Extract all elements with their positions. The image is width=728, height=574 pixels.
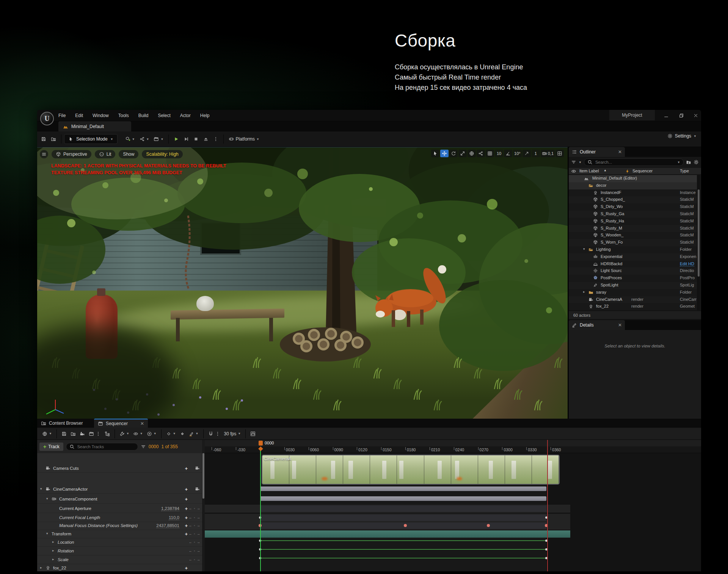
camera-cuts-clip[interactable] [262,455,560,485]
outliner-row-fox_22[interactable]: fox_22renderGeomet [569,303,697,310]
outliner-row-s_worn_fo[interactable]: S_Worn_FoStaticM [569,239,697,246]
track-camera-cuts[interactable]: Camera Cuts+ [37,465,202,473]
menu-select[interactable]: Select [158,113,170,118]
key-nav-arrows[interactable]: ← ◦ → [189,549,201,553]
frame-skip-button[interactable] [181,135,191,143]
viewport-menu-button[interactable] [40,150,48,158]
track-current-aperture[interactable]: Current Aperture1,238784+← ◦ → [37,505,202,513]
track-rotation[interactable]: ▸Rotation← ◦ → [37,547,202,555]
settings-dropdown[interactable]: Settings ▼ [667,133,697,139]
browse-content-button[interactable] [49,135,58,143]
track-location[interactable]: ▸Location← ◦ → [37,538,202,547]
outliner-search-box[interactable]: ▼ [584,158,684,166]
add-actor-button[interactable]: ▼ [123,135,137,143]
track-cinecameraactor[interactable]: ▾CineCameraActor+ [37,485,202,494]
chevron-right-icon[interactable]: ▸ [40,566,42,569]
add-key-button[interactable]: + [185,523,188,529]
outliner-row-postproces[interactable]: PostProcesPostPro [569,275,697,282]
track-manual-focus-distance-focus-settings-[interactable]: Manual Focus Distance (Focus Settings)24… [37,522,202,530]
add-key-button[interactable]: + [185,531,188,537]
seq-save-button[interactable] [60,430,69,438]
lit-dropdown[interactable]: Lit [95,150,116,158]
maximize-viewport-button[interactable] [555,150,564,157]
seq-find-button[interactable] [69,430,78,438]
column-sequencer[interactable]: Sequencer [632,169,653,173]
blueprints-button[interactable]: ▼ [137,135,152,143]
sequencer-timeline[interactable]: -060-03000300060009001200150018002100240… [205,440,701,571]
outliner-row-light-sourc[interactable]: Light SourcDirectio [569,267,697,275]
eject-button[interactable] [201,135,211,143]
outliner-row-s_dirty_wo[interactable]: S_Dirty_WoStaticM [569,203,697,211]
menu-tools[interactable]: Tools [118,113,129,118]
show-dropdown[interactable]: Show [119,150,138,158]
seq-autokey-button[interactable] [178,430,187,438]
create-folder-icon[interactable] [686,160,691,165]
seq-world-button[interactable]: ▼ [40,430,54,438]
scale-tool-button[interactable] [458,150,467,157]
outliner-type-cell[interactable]: Edit HD [680,261,694,266]
key-nav-arrows[interactable]: ← ◦ → [189,558,201,561]
platforms-dropdown[interactable]: Platforms ▼ [226,135,262,143]
key-nav-arrows[interactable]: ← ◦ → [189,524,201,527]
camera-lock-icon[interactable] [195,486,200,491]
playhead-marker[interactable] [259,441,263,446]
menu-actor[interactable]: Actor [180,113,191,118]
outliner-row-saray[interactable]: ▸sarayFolder [569,289,697,296]
cinematics-button[interactable]: ▼ [151,135,166,143]
filter-caret-icon[interactable]: ▼ [579,161,582,164]
move-tool-button[interactable] [440,150,449,157]
outliner-row-s_chopped_[interactable]: S_Chopped_StaticM [569,196,697,203]
chevron-right-icon[interactable]: ▸ [583,290,585,294]
menu-help[interactable]: Help [200,113,210,118]
outliner-column-header[interactable]: Item Label ▲ Sequencer Type [569,168,701,175]
play-options-button[interactable] [211,135,221,143]
grid-snap-button[interactable] [486,150,494,157]
add-key-button[interactable]: + [185,515,188,521]
outliner-scrollbar[interactable] [697,175,700,310]
chevron-right-icon[interactable]: ▸ [52,540,54,544]
outliner-row-decor[interactable]: decor [569,182,697,189]
chevron-down-icon[interactable]: ▾ [583,247,585,251]
add-key-button[interactable]: + [185,565,188,571]
tree-scrollbar[interactable] [202,453,205,571]
outliner-row-minimal_default-editor-[interactable]: Minimal_Default (Editor) [569,175,697,182]
chevron-right-icon[interactable]: ▸ [52,557,54,561]
details-tab-close-icon[interactable]: ✕ [618,322,622,328]
seq-fps-dropdown[interactable]: 30 fps▼ [222,430,243,438]
angle-snap-button[interactable] [504,150,512,157]
timeline-ruler[interactable]: -060-03000300060009001200150018002100240… [205,446,701,453]
seq-actions-button[interactable] [103,430,112,438]
track-filter-icon[interactable] [141,444,146,449]
key-nav-arrows[interactable]: ← ◦ → [189,540,201,544]
chevron-down-icon[interactable]: ▾ [40,487,42,491]
surface-snap-button[interactable] [477,150,485,157]
tab-content-browser[interactable]: Content Browser [37,419,86,428]
key-nav-arrows[interactable]: ← ◦ → [189,532,201,536]
rotate-tool-button[interactable] [449,150,458,157]
add-key-button[interactable]: + [185,466,188,471]
perspective-dropdown[interactable]: Perspective [52,150,91,158]
grid-snap-value[interactable]: 10 [495,150,503,157]
frame-range[interactable]: 1 of 355 [161,444,177,449]
project-name-tab[interactable]: MyProject [609,110,655,120]
track-search-input[interactable] [77,444,135,449]
outliner-row-instancedf[interactable]: InstancedFInstance [569,189,697,197]
outliner-row-spotlight[interactable]: SpotLightSpotLig [569,282,697,289]
track-value[interactable]: 1,238784 [161,506,179,511]
add-key-button[interactable]: + [185,506,188,511]
seq-playrate-button[interactable]: ▼ [145,430,158,438]
sequencer-tab-close-icon[interactable]: ✕ [140,421,144,426]
seq-edit-mode-button[interactable]: ▼ [187,430,201,438]
close-button[interactable] [692,111,700,120]
seq-view-options-button[interactable]: ▼ [131,430,145,438]
chevron-right-icon[interactable]: ▸ [52,549,54,552]
play-button[interactable] [171,135,181,143]
track-value[interactable]: 2437,88501 [156,523,179,528]
selection-mode-dropdown[interactable]: Selection Mode ▼ [64,134,118,144]
scale-snap-button[interactable] [522,150,531,157]
outliner-search-input[interactable] [595,160,675,165]
maximize-button[interactable] [677,111,686,120]
stop-button[interactable] [191,135,201,143]
key-nav-arrows[interactable]: ← ◦ → [189,516,201,519]
search-caret-icon[interactable]: ▼ [677,161,680,164]
